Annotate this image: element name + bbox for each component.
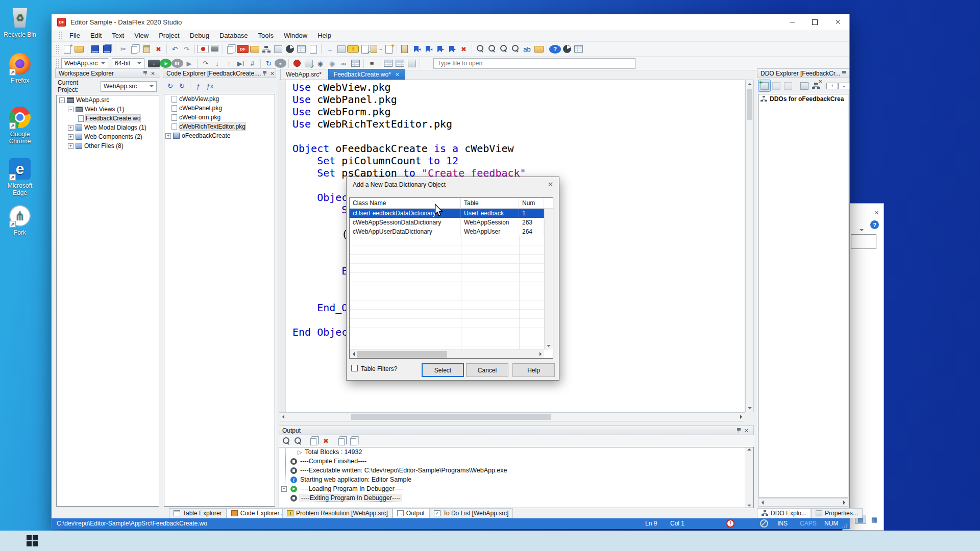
- copy-output-button[interactable]: [308, 436, 320, 447]
- scroll-left-icon[interactable]: [350, 350, 357, 358]
- restart-debugging-button[interactable]: ↻: [263, 58, 275, 69]
- clear-output-button[interactable]: ✖: [320, 436, 332, 447]
- tab-problem-resolution[interactable]: !Problem Resolution [WebApp.src]: [282, 508, 393, 518]
- pin-icon[interactable]: [261, 71, 268, 76]
- find-next-output-button[interactable]: [292, 436, 304, 447]
- menu-edit[interactable]: Edit: [85, 30, 107, 41]
- scroll-down-icon[interactable]: [545, 342, 553, 349]
- outline-button[interactable]: ≡: [366, 58, 378, 69]
- menu-database[interactable]: Database: [214, 30, 253, 41]
- step-out-button[interactable]: ↑: [223, 58, 235, 69]
- replace-button[interactable]: ab: [521, 43, 533, 55]
- find-prev-output-button[interactable]: [280, 436, 292, 447]
- panel-layout-1-button[interactable]: [382, 58, 394, 69]
- scroll-right-icon[interactable]: [536, 350, 544, 358]
- output-line[interactable]: i Starting web application: Editor Sampl…: [279, 475, 753, 484]
- pin-icon[interactable]: [735, 428, 743, 433]
- cut-button[interactable]: ✂: [117, 43, 129, 55]
- tree-item-webapp-src[interactable]: WebApp.src: [57, 95, 159, 105]
- run-to-cursor-button[interactable]: ▶I: [235, 58, 247, 69]
- find-next-button[interactable]: [486, 43, 498, 55]
- remove-ddo-button[interactable]: [782, 80, 794, 91]
- watches-button[interactable]: ◉: [314, 58, 326, 69]
- stop-debugging-button[interactable]: ■: [275, 59, 286, 68]
- sync-from-editor-button[interactable]: ↻: [176, 80, 188, 91]
- tree-item-web-views[interactable]: Web Views (1): [57, 105, 159, 114]
- scroll-right-icon[interactable]: [840, 498, 848, 506]
- tab-todo-list[interactable]: ✓To Do List [WebApp.src]: [429, 508, 513, 518]
- breakpoints-panel-button[interactable]: [303, 58, 314, 69]
- tab-ddo-explorer[interactable]: DDO Explo...: [757, 508, 811, 518]
- locals-button[interactable]: ∞: [338, 58, 350, 69]
- find-symbol-button[interactable]: [383, 43, 395, 55]
- panel-layout-2-button[interactable]: [394, 58, 406, 69]
- table-viewer-button[interactable]: [296, 43, 307, 55]
- collapse-ddos-button[interactable]: -: [838, 83, 850, 89]
- print-button[interactable]: [209, 43, 220, 55]
- expand-icon[interactable]: [165, 133, 171, 139]
- tree-item-cwebform[interactable]: cWebForm.pkg: [164, 113, 275, 122]
- desktop-icon-recycle-bin[interactable]: ♻ Recycle Bin: [0, 6, 40, 38]
- tree-item-web-components[interactable]: Web Components (2): [57, 132, 159, 141]
- copy-component-button[interactable]: [225, 43, 237, 55]
- error-status-icon[interactable]: !: [726, 519, 734, 528]
- watch-all-button[interactable]: ◉: [326, 58, 338, 69]
- copy-button[interactable]: [129, 43, 141, 55]
- toggle-breakpoint-button[interactable]: [291, 58, 303, 69]
- toolbar-grip[interactable]: [56, 59, 59, 68]
- file-open-input[interactable]: Type file to open: [433, 58, 635, 69]
- tab-output[interactable]: →Output: [393, 508, 429, 518]
- pause-button[interactable]: ▮▮: [172, 59, 183, 68]
- dataflex-home-button[interactable]: DF: [237, 45, 249, 53]
- desktop-icon-chrome[interactable]: ↗ Google Chrome: [0, 106, 40, 145]
- maximize-button[interactable]: [803, 14, 826, 30]
- toolbar-grip[interactable]: [56, 44, 59, 54]
- find-button[interactable]: [474, 43, 486, 55]
- chevron-down-icon[interactable]: [860, 224, 864, 233]
- locate-in-explorer-button[interactable]: →: [371, 43, 383, 55]
- table-row-selected[interactable]: cUserFeedbackDataDictionary UserFeedback…: [350, 209, 544, 218]
- scroll-down-icon[interactable]: [745, 505, 753, 507]
- tree-item-ddos-root[interactable]: DDOs for oFeedbackCrea: [758, 94, 848, 104]
- prev-bookmark-button[interactable]: ◂: [423, 43, 434, 55]
- close-icon[interactable]: [874, 208, 878, 217]
- desktop-icon-firefox[interactable]: ↗ Firefox: [0, 52, 40, 84]
- help-button[interactable]: ?: [549, 45, 561, 54]
- expand-all-output-button[interactable]: [336, 436, 348, 447]
- menu-file[interactable]: File: [64, 30, 85, 41]
- output-line[interactable]: + ▶ ----Loading Program In Debugger----: [279, 484, 753, 493]
- workspace-properties-button[interactable]: [249, 43, 260, 55]
- code-sense-button[interactable]: [335, 43, 347, 55]
- select-button[interactable]: Select: [422, 363, 464, 377]
- save-all-button[interactable]: [101, 43, 113, 55]
- goto-definition-button[interactable]: →: [324, 43, 335, 55]
- desktop-icon-edge[interactable]: e↗ Microsoft Edge: [0, 157, 40, 196]
- pin-icon[interactable]: [840, 71, 848, 76]
- expand-icon[interactable]: +: [281, 486, 287, 492]
- tree-item-cwebpanel[interactable]: cWebPanel.pkg: [164, 104, 275, 113]
- collapse-all-output-button[interactable]: [348, 436, 360, 447]
- next-bookmark-button[interactable]: ▸: [434, 43, 446, 55]
- current-project-combo[interactable]: WebApp.src: [101, 81, 157, 92]
- toolbar-grip[interactable]: [59, 31, 62, 40]
- table-horizontal-scrollbar[interactable]: [350, 349, 544, 358]
- user-settings-button[interactable]: [406, 58, 418, 69]
- run-button[interactable]: ▶: [160, 59, 172, 68]
- expand-icon[interactable]: [68, 134, 74, 140]
- close-button[interactable]: [826, 14, 849, 30]
- minimize-button[interactable]: [780, 14, 803, 30]
- new-file-button[interactable]: [61, 43, 73, 55]
- todo-list-button[interactable]: [359, 43, 371, 55]
- delete-button[interactable]: ✖: [153, 43, 164, 55]
- step-into-button[interactable]: ↓: [211, 58, 223, 69]
- set-next-statement-button[interactable]: #: [247, 58, 258, 69]
- tab-properties[interactable]: Properties...: [811, 508, 863, 518]
- first-bookmark-button[interactable]: ◂: [411, 43, 423, 55]
- table-grid-button[interactable]: [573, 43, 584, 55]
- new-procedure-button[interactable]: ƒ: [192, 80, 204, 91]
- tab-webapp-src[interactable]: WebApp.src*: [280, 69, 327, 80]
- save-button[interactable]: [89, 43, 101, 55]
- show-ddo-structure-button[interactable]: [798, 80, 810, 91]
- object-viewer-button[interactable]: [272, 43, 284, 55]
- close-icon[interactable]: [268, 71, 276, 76]
